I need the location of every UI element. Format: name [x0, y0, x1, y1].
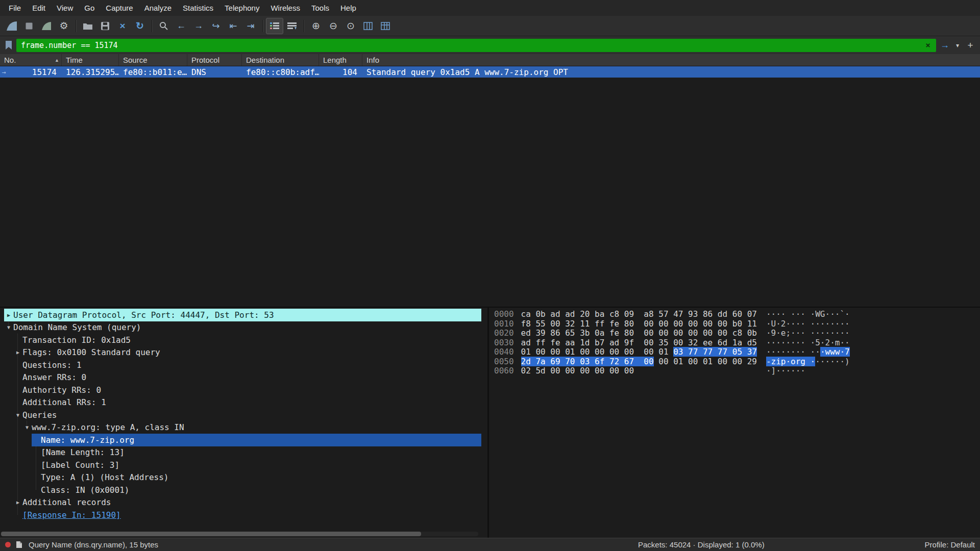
display-columns-button[interactable] [377, 18, 394, 34]
zoom-out-button[interactable]: ⊖ [325, 18, 342, 34]
hex-bytes[interactable]: ed 39 86 65 3b 0a fe 80 00 00 00 00 00 0… [521, 329, 757, 338]
hex-ascii[interactable]: -zip·org ·······) [766, 357, 850, 366]
menu-wireless[interactable]: Wireless [265, 0, 306, 16]
hex-ascii[interactable]: ········ ···www·7 [766, 347, 850, 357]
hex-bytes[interactable]: 2d 7a 69 70 03 6f 72 67 00 00 01 00 01 0… [521, 357, 757, 367]
hex-ascii[interactable]: ·9·e;··· ········ [766, 328, 850, 338]
column-time[interactable]: Time [62, 54, 119, 66]
detail-row-name-selected[interactable]: Name: www.7-zip.org [0, 434, 481, 446]
detail-row-dns[interactable]: ▼Domain Name System (query) [0, 321, 481, 334]
detail-link-text[interactable]: [Response In: 15190] [22, 510, 121, 520]
hex-ascii[interactable]: ·]······ [766, 366, 805, 375]
detail-row-transaction-id[interactable]: Transaction ID: 0x1ad5 [0, 334, 481, 346]
hex-bytes[interactable]: 01 00 00 01 00 00 00 00 00 01 03 77 77 7… [521, 347, 757, 357]
menu-help[interactable]: Help [335, 0, 362, 16]
open-file-button[interactable] [79, 18, 96, 34]
hex-row[interactable]: 00502d 7a 69 70 03 6f 72 67 00 00 01 00 … [494, 357, 980, 367]
menu-statistics[interactable]: Statistics [177, 0, 219, 16]
filter-add-button[interactable]: + [965, 39, 976, 52]
expander-icon[interactable]: ▶ [13, 349, 22, 355]
filter-expression[interactable]: frame.number == 15174 [21, 41, 923, 50]
hex-row[interactable]: 004001 00 00 01 00 00 00 00 00 01 03 77 … [494, 347, 980, 357]
hex-ascii[interactable]: ········ ·5·2·m·· [766, 338, 850, 347]
go-last-button[interactable]: ⇥ [242, 18, 259, 34]
detail-row-queries[interactable]: ▼Queries [0, 409, 481, 421]
go-to-packet-button[interactable]: ↪ [207, 18, 225, 34]
colorize-button[interactable] [266, 18, 283, 34]
hex-bytes[interactable]: 02 5d 00 00 00 00 00 00 [521, 366, 757, 376]
zoom-normal-button[interactable]: ⊙ [342, 18, 359, 34]
hex-bytes[interactable]: ad ff fe aa 1d b7 ad 9f 00 35 00 32 ee 6… [521, 338, 757, 348]
menu-capture[interactable]: Capture [100, 0, 138, 16]
hex-row[interactable]: 0010f8 55 00 32 11 ff fe 80 00 00 00 00 … [494, 319, 980, 329]
column-no[interactable]: No.▲ [0, 54, 62, 66]
display-filter-input[interactable]: frame.number == 15174 × [16, 39, 936, 52]
filter-bar: frame.number == 15174 × → ▾ + [0, 36, 980, 54]
detail-row-udp[interactable]: ▶User Datagram Protocol, Src Port: 44447… [0, 309, 481, 321]
stop-capture-button[interactable] [20, 18, 38, 34]
auto-scroll-button[interactable] [283, 18, 301, 34]
detail-row-questions[interactable]: Questions: 1 [0, 359, 481, 371]
menu-file[interactable]: File [3, 0, 27, 16]
hex-row[interactable]: 0030ad ff fe aa 1d b7 ad 9f 00 35 00 32 … [494, 338, 980, 348]
expander-icon[interactable]: ▼ [13, 412, 22, 418]
packet-row-selected[interactable]: →15174 126.315295… fe80::b011:e… DNS fe8… [0, 66, 980, 78]
detail-row-additional-records[interactable]: ▶Additional records [0, 496, 481, 509]
start-capture-button[interactable] [3, 18, 20, 34]
hex-row[interactable]: 0020ed 39 86 65 3b 0a fe 80 00 00 00 00 … [494, 329, 980, 338]
detail-row-flags[interactable]: ▶Flags: 0x0100 Standard query [0, 346, 481, 359]
detail-row-authority-rrs[interactable]: Authority RRs: 0 [0, 384, 481, 396]
reload-button[interactable]: ↻ [131, 18, 149, 34]
profile-selector[interactable]: Profile: Default [925, 540, 975, 549]
scrollbar-thumb[interactable] [1, 532, 421, 536]
expander-icon[interactable]: ▼ [22, 424, 32, 430]
column-source[interactable]: Source [119, 54, 187, 66]
find-packet-button[interactable] [155, 18, 173, 34]
save-file-button[interactable] [96, 18, 114, 34]
column-info[interactable]: Info [362, 54, 980, 66]
close-file-button[interactable]: × [114, 18, 131, 34]
menu-tools[interactable]: Tools [306, 0, 335, 16]
expander-icon[interactable]: ▼ [4, 324, 13, 330]
capture-options-button[interactable]: ⚙ [55, 18, 72, 34]
menu-view[interactable]: View [51, 0, 79, 16]
column-destination[interactable]: Destination [242, 54, 319, 66]
expander-icon[interactable]: ▶ [4, 312, 13, 318]
go-back-button[interactable]: ← [173, 18, 190, 34]
detail-row-name-length[interactable]: [Name Length: 13] [0, 446, 481, 459]
zoom-in-button[interactable]: ⊕ [307, 18, 325, 34]
filter-dropdown-icon[interactable]: ▾ [953, 39, 962, 52]
hex-bytes[interactable]: ca 0b ad ad 20 ba c8 09 a8 57 47 93 86 d… [521, 310, 757, 319]
menu-go[interactable]: Go [79, 0, 100, 16]
filter-bookmark-icon[interactable] [4, 40, 13, 51]
detail-row-type[interactable]: Type: A (1) (Host Address) [0, 471, 481, 484]
detail-row-response-in-link[interactable]: [Response In: 15190] [0, 509, 481, 521]
restart-capture-button[interactable] [38, 18, 55, 34]
menu-telephony[interactable]: Telephony [219, 0, 265, 16]
hex-row[interactable]: 006002 5d 00 00 00 00 00 00·]······ [494, 366, 980, 376]
menu-edit[interactable]: Edit [27, 0, 51, 16]
hex-row[interactable]: 0000ca 0b ad ad 20 ba c8 09 a8 57 47 93 … [494, 310, 980, 319]
horizontal-scrollbar[interactable] [1, 532, 478, 536]
menu-analyze[interactable]: Analyze [139, 0, 177, 16]
expert-info-icon[interactable] [5, 542, 11, 547]
hex-bytes[interactable]: f8 55 00 32 11 ff fe 80 00 00 00 00 00 0… [521, 319, 757, 329]
detail-row-class[interactable]: Class: IN (0x0001) [0, 484, 481, 496]
column-length[interactable]: Length [319, 54, 362, 66]
capture-comment-icon[interactable] [16, 541, 22, 548]
go-forward-button[interactable]: → [190, 18, 207, 34]
go-first-button[interactable]: ⇤ [225, 18, 242, 34]
filter-clear-icon[interactable]: × [923, 40, 933, 51]
detail-row-additional-rrs[interactable]: Additional RRs: 1 [0, 396, 481, 409]
column-protocol[interactable]: Protocol [187, 54, 242, 66]
detail-row-label-count[interactable]: [Label Count: 3] [0, 459, 481, 471]
filter-apply-icon[interactable]: → [939, 39, 950, 52]
expander-icon[interactable]: ▶ [13, 499, 22, 505]
detail-row-answer-rrs[interactable]: Answer RRs: 0 [0, 371, 481, 384]
detail-row-query-item[interactable]: ▼www.7-zip.org: type A, class IN [0, 421, 481, 434]
resize-columns-button[interactable] [359, 18, 377, 34]
hex-ascii[interactable]: ·U·2···· ········ [766, 319, 850, 329]
hex-ascii[interactable]: ···· ··· ·WG···`· [766, 309, 850, 319]
sort-ascending-icon: ▲ [55, 58, 59, 63]
ascii-seg-highlighted: -zip·org · [766, 357, 815, 366]
